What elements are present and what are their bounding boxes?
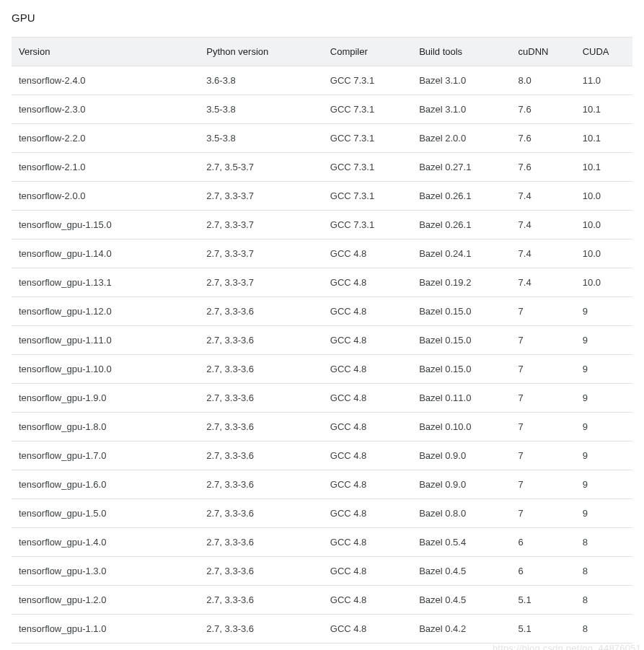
cell-build: Bazel 0.4.5	[412, 586, 511, 615]
cell-cuda: 8	[575, 644, 632, 651]
cell-cudnn: 7	[511, 442, 575, 470]
cell-version: tensorflow_gpu-1.4.0	[12, 528, 199, 557]
cell-build: Bazel 0.11.0	[412, 384, 511, 413]
table-row: tensorflow_gpu-1.9.02.7, 3.3-3.6GCC 4.8B…	[12, 384, 632, 413]
cell-cuda: 10.0	[575, 268, 632, 297]
cell-version: tensorflow-2.0.0	[12, 182, 199, 211]
cell-version: tensorflow-2.3.0	[12, 95, 199, 124]
cell-python: 2.7, 3.3-3.6	[199, 499, 323, 528]
cell-cudnn: 7.6	[511, 153, 575, 182]
cell-cuda: 9	[575, 355, 632, 384]
cell-compiler: GCC 4.8	[323, 557, 412, 586]
cell-compiler: GCC 4.8	[323, 326, 412, 355]
cell-version: tensorflow_gpu-1.14.0	[12, 240, 199, 268]
cell-python: 2.7, 3.3-3.6	[199, 470, 323, 499]
table-row: tensorflow-2.3.03.5-3.8GCC 7.3.1Bazel 3.…	[12, 95, 632, 124]
cell-python: 2.7, 3.3-3.6	[199, 442, 323, 470]
cell-python: 3.6-3.8	[199, 66, 323, 95]
cell-cuda: 10.0	[575, 240, 632, 268]
cell-compiler: GCC 4.8	[323, 499, 412, 528]
cell-cudnn: 7	[511, 384, 575, 413]
table-row: tensorflow_gpu-1.3.02.7, 3.3-3.6GCC 4.8B…	[12, 557, 632, 586]
cell-cudnn: 6	[511, 557, 575, 586]
cell-cuda: 8	[575, 557, 632, 586]
cell-compiler: GCC 4.8	[323, 297, 412, 326]
cell-build: Bazel 0.9.0	[412, 470, 511, 499]
cell-cuda: 8	[575, 586, 632, 615]
cell-python: 2.7, 3.3-3.7	[199, 240, 323, 268]
cell-compiler: GCC 4.8	[323, 355, 412, 384]
cell-version: tensorflow-2.1.0	[12, 153, 199, 182]
table-header-row: Version Python version Compiler Build to…	[12, 38, 632, 66]
cell-cudnn: 7	[511, 470, 575, 499]
cell-cuda: 11.0	[575, 66, 632, 95]
cell-python: 2.7, 3.3-3.6	[199, 355, 323, 384]
cell-build: Bazel 0.10.0	[412, 413, 511, 442]
cell-version: tensorflow-2.4.0	[12, 66, 199, 95]
cell-cudnn: 7	[511, 499, 575, 528]
table-row: tensorflow_gpu-1.4.02.7, 3.3-3.6GCC 4.8B…	[12, 528, 632, 557]
cell-python: 2.7, 3.3-3.6	[199, 297, 323, 326]
table-row: tensorflow_gpu-1.10.02.7, 3.3-3.6GCC 4.8…	[12, 355, 632, 384]
cell-cudnn: 7.4	[511, 182, 575, 211]
cell-cuda: 9	[575, 413, 632, 442]
cell-build: Bazel 0.9.0	[412, 442, 511, 470]
cell-python: 2.7, 3.3-3.7	[199, 268, 323, 297]
cell-cuda: 10.0	[575, 182, 632, 211]
col-header-python: Python version	[199, 38, 323, 66]
cell-cuda: 9	[575, 384, 632, 413]
cell-cuda: 8	[575, 615, 632, 644]
cell-cudnn: 7	[511, 326, 575, 355]
cell-python: 2.7, 3.3-3.6	[199, 586, 323, 615]
table-row: tensorflow_gpu-1.14.02.7, 3.3-3.7GCC 4.8…	[12, 240, 632, 268]
cell-cudnn: 7.4	[511, 268, 575, 297]
cell-build: Bazel 0.15.0	[412, 355, 511, 384]
table-row: tensorflow_gpu-1.15.02.7, 3.3-3.7GCC 7.3…	[12, 211, 632, 240]
cell-python: 2.7, 3.3-3.6	[199, 384, 323, 413]
cell-python: 3.5-3.8	[199, 124, 323, 153]
cell-compiler: GCC 4.8	[323, 644, 412, 651]
cell-version: tensorflow_gpu-1.7.0	[12, 442, 199, 470]
cell-python: 2.7, 3.3-3.6	[199, 615, 323, 644]
cell-version: tensorflow_gpu-1.6.0	[12, 470, 199, 499]
col-header-version: Version	[12, 38, 199, 66]
cell-build: Bazel 2.0.0	[412, 124, 511, 153]
table-row: tensorflow-2.1.02.7, 3.5-3.7GCC 7.3.1Baz…	[12, 153, 632, 182]
cell-cuda: 10.0	[575, 211, 632, 240]
cell-version: tensorflow_gpu-1.13.1	[12, 268, 199, 297]
cell-cuda: 8	[575, 528, 632, 557]
table-body: tensorflow-2.4.03.6-3.8GCC 7.3.1Bazel 3.…	[12, 66, 632, 651]
cell-cudnn: 7.4	[511, 240, 575, 268]
cell-version: tensorflow_gpu-1.11.0	[12, 326, 199, 355]
cell-python: 2.7, 3.3-3.6	[199, 326, 323, 355]
cell-cudnn: 7.6	[511, 95, 575, 124]
cell-cudnn: 7	[511, 413, 575, 442]
table-row: tensorflow_gpu-1.7.02.7, 3.3-3.6GCC 4.8B…	[12, 442, 632, 470]
cell-build: Bazel 0.27.1	[412, 153, 511, 182]
table-row: tensorflow_gpu-1.1.02.7, 3.3-3.6GCC 4.8B…	[12, 615, 632, 644]
cell-build: Bazel 0.4.2	[412, 615, 511, 644]
cell-python: 2.7, 3.5-3.7	[199, 153, 323, 182]
table-row: tensorflow-2.4.03.6-3.8GCC 7.3.1Bazel 3.…	[12, 66, 632, 95]
table-row: tensorflow_gpu-1.12.02.7, 3.3-3.6GCC 4.8…	[12, 297, 632, 326]
col-header-build: Build tools	[412, 38, 511, 66]
cell-cuda: 9	[575, 499, 632, 528]
cell-python: 3.5-3.8	[199, 95, 323, 124]
table-row: tensorflow_gpu-1.8.02.7, 3.3-3.6GCC 4.8B…	[12, 413, 632, 442]
cell-compiler: GCC 7.3.1	[323, 95, 412, 124]
cell-cuda: 9	[575, 326, 632, 355]
cell-cudnn: 5.1	[511, 644, 575, 651]
cell-build: Bazel 0.8.0	[412, 499, 511, 528]
cell-cuda: 9	[575, 470, 632, 499]
table-row: tensorflow_gpu-1.2.02.7, 3.3-3.6GCC 4.8B…	[12, 586, 632, 615]
cell-compiler: GCC 4.8	[323, 268, 412, 297]
cell-cudnn: 7.6	[511, 124, 575, 153]
cell-build: Bazel 0.26.1	[412, 211, 511, 240]
cell-cuda: 10.1	[575, 153, 632, 182]
cell-python: 2.7, 3.3-3.7	[199, 182, 323, 211]
cell-build: Bazel 0.15.0	[412, 326, 511, 355]
table-row: tensorflow_gpu-1.0.02.7, 3.3-3.6GCC 4.8B…	[12, 644, 632, 651]
cell-version: tensorflow_gpu-1.12.0	[12, 297, 199, 326]
cell-build: Bazel 0.26.1	[412, 182, 511, 211]
cell-build: Bazel 0.4.2	[412, 644, 511, 651]
